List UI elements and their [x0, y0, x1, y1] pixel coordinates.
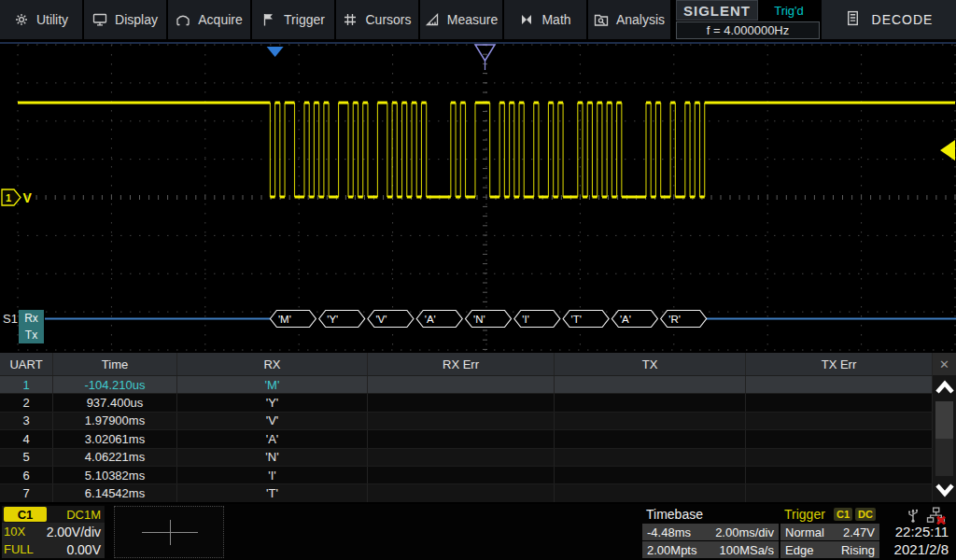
trigger-mode: Normal — [785, 525, 824, 539]
decode-bubble[interactable] — [319, 311, 365, 328]
rx-channel-badge[interactable]: Rx — [19, 310, 44, 327]
table-close-button[interactable]: ✕ — [933, 353, 956, 375]
table-header-rx[interactable]: RX — [177, 353, 368, 375]
decode-bubble[interactable] — [368, 311, 414, 328]
table-row-7[interactable]: 76.14542ms'T' — [0, 483, 956, 501]
table-row-4[interactable]: 43.02061ms'A' — [0, 429, 956, 447]
table-row-6[interactable]: 65.10382ms'I' — [0, 466, 956, 483]
waveform-area[interactable]: 1V'M''Y''V''A''N''I''T''A''R' S1 Rx Tx — [0, 41, 956, 353]
decode-bubble[interactable] — [416, 311, 462, 328]
trigger-coupling-badge: DC — [855, 508, 876, 521]
plot-top-border — [0, 42, 956, 44]
trigger-level-marker[interactable] — [940, 140, 955, 161]
table-cell: 6.14542ms — [53, 484, 177, 501]
trigger-label: Trigger — [784, 507, 825, 522]
menu-item-math[interactable]: Math — [504, 0, 586, 39]
table-cell: 4 — [0, 430, 53, 447]
table-scrollbar[interactable] — [933, 375, 956, 502]
table-cell: 'Y' — [177, 394, 368, 411]
table-cell: 6 — [0, 467, 53, 483]
decode-bubble[interactable] — [466, 311, 512, 328]
table-cell — [746, 376, 933, 393]
table-cell: 'A' — [177, 430, 368, 447]
table-row-2[interactable]: 2937.400us'Y' — [0, 393, 956, 411]
table-cell: 'M' — [177, 376, 368, 393]
table-header-rx-err[interactable]: RX Err — [368, 353, 555, 375]
brand-logo: SIGLENT — [676, 0, 758, 21]
table-cell: 1 — [0, 376, 53, 393]
chevron-up-icon — [937, 384, 952, 392]
table-cell: 'V' — [177, 413, 368, 429]
decode-bubble[interactable] — [612, 311, 657, 328]
empty-channel-slot[interactable] — [114, 506, 224, 558]
decode-bubble[interactable] — [563, 311, 609, 328]
decode-bubble-label: 'Y' — [327, 314, 338, 325]
menu-item-utility[interactable]: Utility — [0, 0, 82, 39]
table-cell: 5 — [0, 449, 53, 466]
bowtie-icon — [519, 12, 534, 27]
scroll-up-button[interactable] — [933, 375, 956, 399]
menu-item-label: Cursors — [365, 12, 411, 27]
decode-tab[interactable]: DECODE — [822, 0, 956, 39]
table-cell — [368, 430, 555, 447]
trigger-box[interactable]: Trigger C1 DC Normal 2.47V Edge Rising — [780, 506, 879, 558]
trigger-slope: Rising — [841, 543, 875, 557]
menu-item-analysis[interactable]: Analysis — [588, 0, 670, 39]
decode-bubble-label: 'I' — [522, 314, 529, 325]
trigger-source-badge: C1 — [834, 508, 852, 521]
crosshair-icon — [170, 520, 171, 545]
table-cell — [555, 413, 746, 429]
table-row-1[interactable]: 1-104.210us'M' — [0, 375, 956, 393]
scrollbar-track[interactable] — [935, 401, 953, 476]
table-row-3[interactable]: 31.97900ms'V' — [0, 412, 956, 429]
scroll-down-button[interactable] — [933, 478, 956, 502]
table-cell: -104.210us — [53, 376, 177, 393]
decode-bubble[interactable] — [514, 311, 560, 328]
menu-item-acquire[interactable]: Acquire — [168, 0, 250, 39]
table-header-time[interactable]: Time — [53, 353, 177, 375]
menu-item-label: Display — [115, 12, 158, 27]
folder-search-icon — [594, 12, 609, 27]
center-axis-ticks — [18, 45, 955, 349]
horizontal-reference-marker[interactable] — [475, 45, 495, 61]
table-cell: 3 — [0, 413, 53, 429]
table-cell: 'T' — [177, 484, 368, 501]
bottom-status-bar: C1 DC1M 10X 2.00V/div FULL 0.00V Timebas… — [0, 504, 956, 560]
decode-bubble-label: 'R' — [668, 314, 681, 325]
table-header-tx-err[interactable]: TX Err — [746, 353, 933, 375]
scrollbar-thumb[interactable] — [935, 401, 953, 439]
decode-bubble-label: 'M' — [278, 314, 291, 325]
table-header-row: UARTTimeRXRX ErrTXTX Err — [0, 353, 956, 375]
table-cell — [555, 484, 746, 501]
menu-item-trigger[interactable]: Trigger — [252, 0, 334, 39]
table-cell — [555, 467, 746, 483]
trigger-type: Edge — [785, 543, 813, 557]
menu-item-cursors[interactable]: Cursors — [336, 0, 418, 39]
table-cell — [746, 449, 933, 466]
table-header-uart[interactable]: UART — [0, 353, 53, 375]
grid-icon — [343, 12, 358, 27]
table-cell — [368, 467, 555, 483]
table-row-5[interactable]: 54.06221ms'N' — [0, 448, 956, 466]
table-header-tx[interactable]: TX — [555, 353, 746, 375]
ruler-icon — [425, 12, 440, 27]
bandwidth-limit: FULL — [4, 542, 34, 556]
decode-bubble[interactable] — [270, 311, 316, 328]
sample-rate: 100MSa/s — [719, 543, 774, 557]
trigger-position-marker[interactable] — [267, 47, 284, 57]
document-icon — [845, 10, 861, 29]
decode-bubble[interactable] — [661, 311, 707, 328]
oscilloscope-screen: UtilityDisplayAcquireTriggerCursorsMeasu… — [0, 0, 956, 560]
table-cell — [368, 376, 555, 393]
table-cell — [368, 413, 555, 429]
table-cell — [368, 394, 555, 411]
timebase-box[interactable]: Timebase -4.48ms 2.00ms/div 2.00Mpts 100… — [642, 506, 779, 558]
menu-item-display[interactable]: Display — [84, 0, 166, 39]
table-cell — [368, 449, 555, 466]
menu-item-measure[interactable]: Measure — [420, 0, 502, 39]
tx-channel-badge[interactable]: Tx — [19, 327, 44, 343]
menu-item-label: Analysis — [616, 12, 665, 27]
channel-descriptor-box[interactable]: C1 DC1M 10X 2.00V/div FULL 0.00V — [2, 506, 105, 558]
table-cell: 5.10382ms — [53, 467, 177, 483]
system-date: 2021/2/8 — [876, 540, 949, 558]
